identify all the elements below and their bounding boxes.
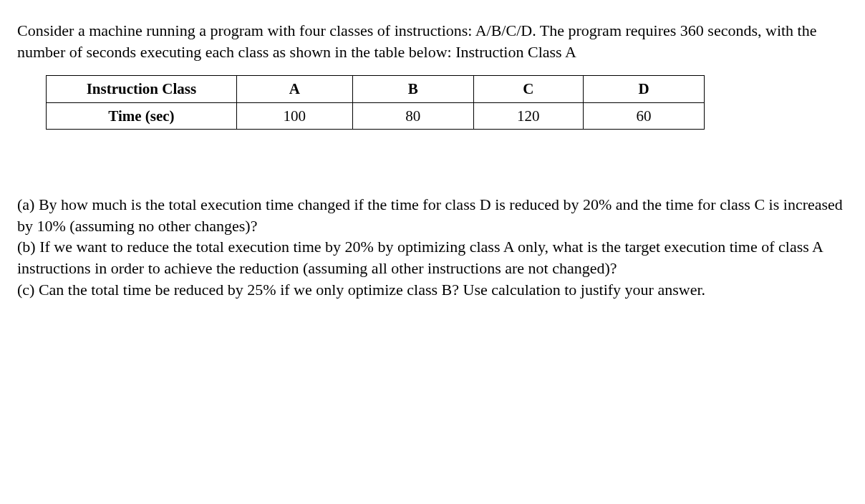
table-container: Instruction Class A B C D Time (sec) 100… [17, 75, 848, 130]
question-b: (b) If we want to reduce the total execu… [17, 236, 848, 278]
table-header-row: Instruction Class A B C D [47, 76, 705, 102]
value-C: 120 [473, 102, 583, 129]
col-header-B: B [352, 76, 473, 102]
question-c: (c) Can the total time be reduced by 25%… [17, 279, 848, 301]
header-row-label: Instruction Class [47, 76, 237, 102]
data-row-label: Time (sec) [47, 102, 237, 129]
question-a: (a) By how much is the total execution t… [17, 194, 848, 236]
table-data-row: Time (sec) 100 80 120 60 [47, 102, 705, 129]
instruction-time-table: Instruction Class A B C D Time (sec) 100… [46, 75, 705, 130]
value-A: 100 [236, 102, 352, 129]
value-D: 60 [584, 102, 705, 129]
value-B: 80 [352, 102, 473, 129]
col-header-C: C [473, 76, 583, 102]
questions-block: (a) By how much is the total execution t… [17, 194, 848, 300]
problem-intro: Consider a machine running a program wit… [17, 20, 848, 62]
col-header-D: D [584, 76, 705, 102]
spacer [17, 130, 848, 194]
col-header-A: A [236, 76, 352, 102]
